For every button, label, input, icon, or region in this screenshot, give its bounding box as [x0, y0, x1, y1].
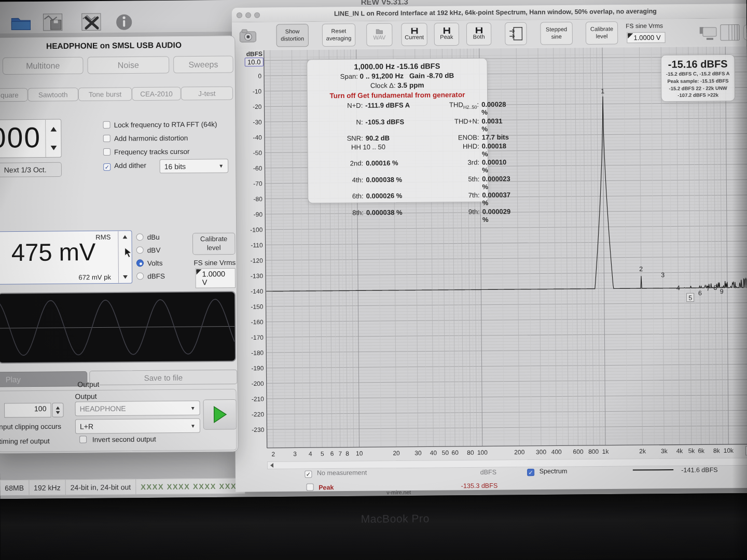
mouse-cursor	[124, 247, 133, 258]
unit-radio-dbv[interactable]: dBV	[136, 246, 161, 254]
spectrum-checkbox[interactable]: ✓ Spectrum	[527, 468, 567, 477]
checkbox-label: Lock frequency to RTA FFT (64k)	[114, 120, 217, 129]
x-tick-label: 40	[430, 449, 437, 456]
unit-radio-dbfs[interactable]: dBFS	[136, 272, 165, 280]
unit-radio-dbu[interactable]: dBu	[136, 233, 159, 241]
x-tick-label: 2k	[639, 447, 646, 455]
peak-value: -15.16 dBFS	[661, 58, 735, 71]
peak-detail-line: -15.2 dBFS C, -15.2 dBFS A	[661, 70, 735, 78]
invert-second-output-checkbox[interactable]: Invert second output	[79, 435, 156, 443]
volume-stepper[interactable]	[52, 403, 63, 417]
macbook-bezel: MacBook Pro	[0, 493, 747, 560]
save-icon	[411, 28, 418, 34]
frequency-field[interactable]: 000	[0, 119, 62, 158]
no-measurement-checkbox[interactable]: ✓ No measurement	[305, 469, 367, 478]
fs-sine-vrms-field[interactable]: 1.0000 V	[195, 268, 236, 288]
volume-field[interactable]: 100	[4, 403, 51, 418]
y-tick-label: -100	[250, 226, 262, 233]
monitor-icon[interactable]	[698, 27, 717, 43]
checkbox-icon	[79, 436, 87, 443]
distortion-label: THD+N:	[425, 117, 482, 133]
distortion-label: 2nd:	[311, 159, 366, 175]
peak-checkbox[interactable]: Peak	[307, 483, 334, 491]
y-tick-label: -90	[254, 211, 263, 218]
camera-icon[interactable]	[239, 29, 257, 45]
checkbox-icon: ✓	[527, 469, 534, 476]
y-axis-top-field[interactable]: 10.0	[245, 58, 264, 66]
play-button[interactable]: Play	[0, 371, 87, 387]
output-device-dropdown[interactable]: HEADPHONE▼	[75, 401, 200, 416]
stepped-sine-button[interactable]: Stepped sine	[540, 22, 573, 45]
x-tick-label: 6	[330, 450, 334, 457]
x-tick-label: 800	[588, 448, 599, 455]
tab-sweeps[interactable]: Sweeps	[173, 55, 233, 73]
tab-quare[interactable]: quare	[0, 88, 28, 102]
tab-tone-burst[interactable]: Tone burst	[78, 87, 132, 101]
status-bit-depth: 24-bit in, 24-bit out	[66, 479, 136, 495]
generator-tabs-row2: quareSawtoothTone burstCEA-2010J-test	[0, 36, 234, 38]
tab-sawtooth[interactable]: Sawtooth	[27, 88, 78, 102]
distortion-value: 0.000023 %	[482, 175, 510, 191]
tab-multitone[interactable]: Multitone	[3, 57, 84, 75]
checkbox-frequency-tracks-cursor[interactable]: Frequency tracks cursor	[103, 148, 190, 156]
y-tick-label: -20	[253, 103, 262, 110]
save-both-button[interactable]: Both	[466, 22, 492, 46]
peak-details: -15.2 dBFS C, -15.2 dBFS APeak sample: -…	[661, 70, 735, 99]
open-folder-icon[interactable]	[10, 13, 32, 34]
delete-measurement-icon[interactable]	[81, 12, 102, 33]
checkbox-lock-frequency-to-rta-fft-64k-[interactable]: Lock frequency to RTA FFT (64k)	[103, 120, 217, 129]
dither-bits-dropdown[interactable]: 16 bits▼	[160, 159, 229, 173]
harmonic-marker-4: 4	[676, 284, 680, 291]
peak-detail-line: Peak sample: -15.15 dBFS	[661, 77, 735, 85]
tab-j-test[interactable]: J-test	[181, 87, 233, 101]
fs-sine-vrms-field[interactable]: 1.0000 V	[627, 32, 665, 44]
show-distortion-button[interactable]: Show distortion	[276, 24, 309, 47]
arrows-panel-icon[interactable]	[505, 22, 527, 46]
save-peak-button[interactable]: Peak	[434, 23, 460, 46]
save-current-button[interactable]: Current	[401, 23, 427, 46]
save-icon	[443, 27, 450, 34]
output-channels-dropdown[interactable]: L+R▼	[75, 418, 200, 434]
harmonic-marker-7: 7	[707, 285, 710, 292]
x-tick-label: 7	[339, 450, 342, 457]
distortion-fundamental: 1,000.00 Hz -15.16 dBFS	[307, 62, 487, 72]
y-tick-label: -200	[252, 380, 264, 387]
reset-averaging-button[interactable]: Reset averaging	[322, 23, 356, 47]
checkbox-icon: ✓	[305, 470, 312, 478]
info-icon[interactable]	[115, 13, 133, 33]
generator-play-button[interactable]	[203, 399, 237, 430]
tab-noise[interactable]: Noise	[87, 56, 169, 74]
radio-label: dBu	[147, 233, 160, 241]
distortion-label: ENOB:	[425, 133, 482, 142]
y-tick-label: 0	[258, 73, 261, 80]
save-icon	[475, 27, 482, 34]
distortion-span-line: Span: 0 .. 91,200 Hz Gain -8.70 dB	[307, 72, 487, 81]
back-arrow-icon[interactable]	[743, 24, 747, 40]
unit-radio-volts[interactable]: Volts	[136, 259, 163, 267]
x-tick-label: 600	[573, 448, 583, 455]
checkbox-add-harmonic-distortion[interactable]: Add harmonic distortion	[103, 134, 188, 143]
x-tick-label: 400	[551, 449, 562, 456]
clipping-text: nput clipping occurs	[0, 423, 61, 431]
save-measurement-icon[interactable]	[42, 13, 63, 34]
scroll-left-arrow-icon[interactable]	[269, 462, 275, 469]
tab-cea-2010[interactable]: CEA-2010	[132, 87, 181, 101]
y-tick-label: -140	[251, 288, 263, 295]
arrow-up-icon	[122, 235, 127, 239]
level-field[interactable]: RMS 475 mV 672 mV pk	[0, 230, 132, 285]
distortion-label: SNR:	[311, 134, 366, 143]
save-to-file-button[interactable]: Save to file	[89, 370, 237, 385]
checkbox-add-dither[interactable]: ✓Add dither	[103, 162, 146, 171]
calibrate-level-button[interactable]: Calibrate level	[586, 21, 618, 45]
distortion-label: N+D:	[311, 102, 366, 118]
frequency-stepper[interactable]	[45, 119, 61, 157]
distortion-value: 17.7 bits	[482, 133, 510, 141]
columns-icon[interactable]	[720, 24, 740, 43]
x-tick-label: 5k	[688, 447, 696, 454]
status-memory: 68MB	[0, 480, 29, 496]
distortion-label: 3rd:	[426, 158, 482, 174]
next-third-oct-button[interactable]: Next 1/3 Oct.	[0, 162, 62, 177]
calibrate-level-button[interactable]: Calibrate level	[192, 233, 236, 255]
fs-sine-vrms-label: FS sine Vrms	[626, 22, 663, 30]
save-wav-button[interactable]: WAV	[366, 23, 393, 47]
